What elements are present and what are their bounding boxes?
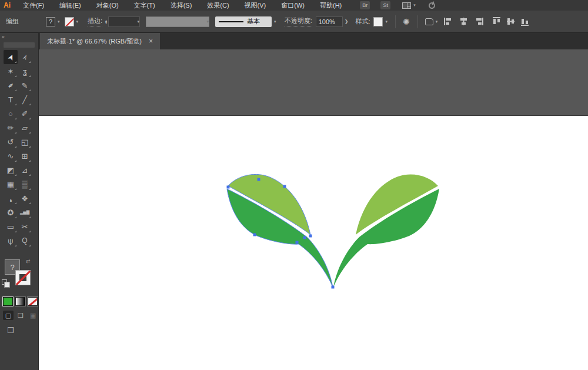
- menu-file[interactable]: 文件(F): [15, 1, 52, 10]
- stroke-color-swatch[interactable]: [65, 17, 74, 26]
- mesh-tool[interactable]: ▦: [4, 177, 18, 191]
- stroke-weight-dropdown[interactable]: ▾: [108, 16, 140, 27]
- menu-type[interactable]: 文字(T): [126, 1, 163, 10]
- free-transform-tool-icon: ⊞: [22, 152, 28, 161]
- fill-stroke-indicator: ? ⇄: [0, 259, 38, 294]
- artboard[interactable]: [39, 115, 588, 370]
- anchor-point[interactable]: [332, 286, 335, 289]
- lasso-tool[interactable]: ʓ: [18, 64, 32, 78]
- blend-tool-icon: ❖: [21, 194, 28, 203]
- rotate-tool-icon: ↺: [8, 138, 14, 146]
- type-tool[interactable]: T: [4, 92, 18, 106]
- chevron-down-icon[interactable]: ▾: [436, 19, 438, 24]
- panel-drag-handle[interactable]: [4, 42, 35, 48]
- anchor-point[interactable]: [258, 178, 260, 181]
- direct-selection-tool[interactable]: ➣: [18, 50, 32, 64]
- gradient-tool[interactable]: ▒: [18, 177, 32, 191]
- screen-mode-icon[interactable]: ❒: [7, 326, 38, 335]
- gradient-button[interactable]: [15, 297, 25, 306]
- line-segment-tool-icon: ╱: [22, 95, 27, 104]
- align-left-icon[interactable]: [444, 18, 453, 25]
- line-segment-tool[interactable]: ╱: [18, 92, 32, 106]
- anchor-point[interactable]: [309, 235, 312, 238]
- collapse-panel-icon[interactable]: «: [0, 33, 38, 41]
- brush-definition-dropdown: ▾: [146, 16, 209, 27]
- leaf-artwork-left[interactable]: [227, 174, 333, 287]
- hand-tool[interactable]: ψ: [4, 234, 18, 248]
- recolor-artwork-icon[interactable]: ✺: [403, 17, 410, 26]
- shape-builder-tool[interactable]: ◩: [4, 163, 18, 177]
- stroke-weight-stepper[interactable]: ▴▾: [105, 19, 107, 24]
- fill-color-swatch[interactable]: ?: [46, 17, 55, 26]
- leaf-artwork-right[interactable]: [333, 174, 439, 287]
- pen-tool[interactable]: ✒: [4, 78, 18, 92]
- menu-help[interactable]: 帮助(H): [312, 1, 349, 10]
- opacity-flyout-icon[interactable]: ❯: [345, 19, 349, 24]
- gpu-performance-icon[interactable]: [427, 1, 436, 9]
- draw-normal-icon[interactable]: ▢: [3, 311, 14, 320]
- chevron-down-icon[interactable]: ▾: [76, 19, 79, 24]
- magic-wand-tool[interactable]: ✶: [4, 64, 18, 78]
- menu-effect[interactable]: 效果(C): [199, 1, 236, 10]
- workspace-switcher-icon[interactable]: [402, 2, 411, 9]
- scale-tool[interactable]: ◱: [18, 135, 32, 149]
- scale-tool-icon: ◱: [21, 138, 28, 146]
- default-fill-stroke-icon[interactable]: [2, 279, 7, 285]
- width-tool[interactable]: ∿: [4, 149, 18, 163]
- opacity-input[interactable]: 100%: [316, 16, 343, 27]
- curvature-tool[interactable]: ✎: [18, 78, 32, 92]
- blend-tool[interactable]: ❖: [18, 191, 32, 205]
- align-to-icon[interactable]: [425, 18, 433, 25]
- chevron-down-icon[interactable]: ▾: [413, 3, 416, 8]
- column-graph-tool[interactable]: ▂▅▇: [18, 205, 32, 219]
- rotate-tool[interactable]: ↺: [4, 135, 18, 149]
- menu-edit[interactable]: 编辑(E): [52, 1, 89, 10]
- artboard-tool-icon: ▭: [7, 222, 14, 231]
- artboard-tool[interactable]: ▭: [4, 219, 18, 234]
- align-top-icon[interactable]: [493, 17, 500, 26]
- graphic-style-swatch[interactable]: [373, 17, 383, 26]
- symbol-sprayer-tool[interactable]: ✪: [4, 205, 18, 219]
- anchor-point[interactable]: [303, 236, 306, 239]
- stroke-indicator[interactable]: [15, 270, 31, 285]
- none-button[interactable]: [28, 297, 38, 306]
- document-tab[interactable]: 未标题-1* @ 66.67% (RGB/预览) ×: [40, 33, 160, 49]
- anchor-point[interactable]: [296, 241, 299, 244]
- align-right-icon[interactable]: [475, 18, 483, 25]
- paint-buttons: [0, 297, 38, 306]
- menu-view[interactable]: 视图(V): [237, 1, 274, 10]
- opacity-label[interactable]: 不透明度:: [285, 16, 312, 26]
- eyedropper-tool[interactable]: ❜: [4, 191, 18, 205]
- perspective-grid-tool[interactable]: ⊿: [18, 163, 32, 177]
- menu-window[interactable]: 窗口(W): [273, 1, 312, 10]
- stock-button[interactable]: St: [380, 1, 390, 9]
- chevron-down-icon[interactable]: ▾: [385, 19, 387, 24]
- chevron-down-icon[interactable]: ▾: [58, 19, 60, 24]
- chevron-down-icon[interactable]: ▾: [274, 19, 276, 24]
- canvas-pasteboard[interactable]: [39, 49, 588, 370]
- width-profile-preview[interactable]: 基本: [215, 16, 272, 27]
- stroke-weight-label[interactable]: 描边:: [88, 16, 102, 26]
- align-center-horizontal-icon[interactable]: [459, 18, 468, 25]
- document-tab-bar: 未标题-1* @ 66.67% (RGB/预览) ×: [39, 33, 588, 49]
- selection-tool[interactable]: ➤: [4, 50, 18, 64]
- draw-behind-icon[interactable]: ❏: [15, 311, 26, 320]
- bridge-button[interactable]: Br: [360, 1, 370, 9]
- color-button[interactable]: [3, 297, 13, 306]
- align-center-vertical-icon[interactable]: [507, 17, 514, 26]
- eraser-tool[interactable]: ▱: [18, 121, 32, 135]
- anchor-point[interactable]: [283, 185, 286, 188]
- free-transform-tool[interactable]: ⊞: [18, 149, 32, 163]
- ellipse-tool[interactable]: ○: [4, 106, 18, 121]
- slice-tool[interactable]: ✂: [18, 219, 32, 234]
- swap-fill-stroke-icon[interactable]: ⇄: [26, 258, 31, 264]
- close-icon[interactable]: ×: [149, 37, 153, 45]
- menu-object[interactable]: 对象(O): [89, 1, 126, 10]
- align-bottom-icon[interactable]: [521, 17, 529, 26]
- anchor-point[interactable]: [253, 234, 256, 236]
- shaper-tool[interactable]: ✏: [4, 121, 18, 135]
- zoom-tool[interactable]: Q: [18, 234, 32, 248]
- anchor-point[interactable]: [227, 186, 230, 189]
- menu-select[interactable]: 选择(S): [163, 1, 200, 10]
- paintbrush-tool[interactable]: ✐: [18, 106, 32, 121]
